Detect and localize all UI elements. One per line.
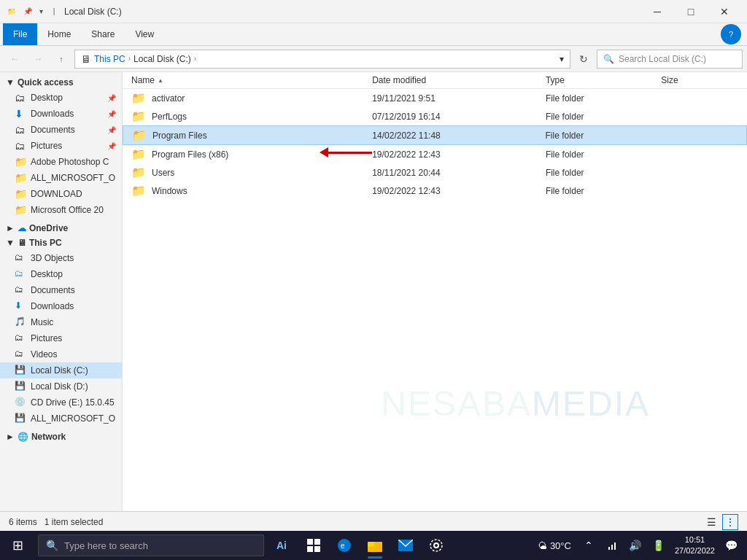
svg-rect-1	[314, 539, 320, 545]
sidebar-this-pc-header[interactable]: ▼ 🖥 This PC	[0, 236, 122, 250]
sidebar-item-pictures-qa[interactable]: 🗂 Pictures 📌	[0, 138, 122, 154]
sidebar-onedrive-label: OneDrive	[29, 223, 68, 233]
system-tray-battery[interactable]: 🔋	[649, 535, 669, 556]
sidebar-item-all-microsoft[interactable]: 📁 ALL_MICROSOFT_O	[0, 170, 122, 186]
svg-rect-11	[608, 547, 610, 550]
system-clock[interactable]: 10:51 27/02/2022	[672, 534, 718, 557]
sidebar-item-videos-label: Videos	[31, 349, 57, 359]
folder-icon-all-ms: 📁	[15, 172, 26, 184]
weather-widget[interactable]: 🌤 30°C	[533, 540, 576, 551]
help-button[interactable]: ?	[721, 24, 741, 44]
table-row[interactable]: 📁 Windows 19/02/2022 12:43 File folder	[123, 182, 747, 200]
tab-share[interactable]: Share	[81, 23, 125, 45]
tab-home[interactable]: Home	[37, 23, 81, 45]
sidebar-item-local-disk-c[interactable]: 💾 Local Disk (C:)	[0, 362, 122, 378]
folder-icon-activator: 📁	[131, 91, 146, 105]
table-row-selected[interactable]: 📁 Program Files 14/02/2022 11:48 File fo…	[123, 125, 747, 145]
cd-drive-icon: 💿	[15, 397, 26, 408]
file-name-cell: 📁 PerfLogs	[131, 109, 372, 123]
minimize-button[interactable]: ─	[640, 0, 674, 23]
start-button[interactable]: ⊞	[0, 531, 35, 560]
edge-browser-icon[interactable]: e	[330, 531, 359, 560]
close-button[interactable]: ✕	[708, 0, 741, 23]
sidebar-item-adobe[interactable]: 📁 Adobe Photoshop C	[0, 154, 122, 170]
sidebar-item-desktop-qa[interactable]: 🗂 Desktop 📌	[0, 90, 122, 106]
quick-access-pin[interactable]: 📌	[22, 6, 34, 18]
clock-time: 10:51	[685, 534, 705, 545]
breadcrumb[interactable]: 🖥 This PC › Local Disk (C:) › ▾	[74, 50, 570, 69]
sidebar-item-downloads-qa[interactable]: ⬇ Downloads 📌	[0, 106, 122, 122]
system-tray-chevron[interactable]: ⌃	[578, 535, 599, 556]
search-placeholder: Search Local Disk (C:)	[619, 54, 706, 64]
sidebar-item-cd-drive[interactable]: 💿 CD Drive (E:) 15.0.45	[0, 394, 122, 411]
sidebar-item-desktop-pc[interactable]: 🗂 Desktop	[0, 266, 122, 282]
folder-icon-pictures-qa: 🗂	[15, 140, 26, 152]
refresh-button[interactable]: ↻	[573, 49, 594, 69]
table-row[interactable]: 📁 Program Files (x86) 19/02/2022 12:43 F…	[123, 145, 747, 163]
sidebar-item-download[interactable]: 📁 DOWNLOAD	[0, 186, 122, 202]
back-button[interactable]: ←	[4, 49, 25, 69]
sidebar-item-music[interactable]: 🎵 Music	[0, 314, 122, 330]
file-type-program-files: File folder	[546, 131, 661, 141]
notification-button[interactable]: 💬	[721, 535, 741, 556]
breadcrumb-dropdown[interactable]: ▾	[560, 54, 564, 64]
title-bar: 📁 📌 ▾ | Local Disk (C:) ─ □ ✕	[0, 0, 747, 23]
sidebar-item-local-disk-d[interactable]: 💾 Local Disk (D:)	[0, 378, 122, 394]
settings-taskbar-icon[interactable]	[422, 531, 451, 560]
system-tray-volume[interactable]: 🔊	[625, 535, 646, 556]
sidebar: ▼ Quick access 🗂 Desktop 📌 ⬇ Downloads 📌…	[0, 72, 123, 511]
col-header-name[interactable]: Name ▲	[131, 75, 372, 85]
sidebar-item-download-label: DOWNLOAD	[31, 189, 82, 199]
sidebar-network-header[interactable]: ► 🌐 Network	[0, 429, 122, 444]
breadcrumb-this-pc[interactable]: This PC	[94, 54, 125, 64]
file-name-cell: 📁 activator	[131, 91, 372, 105]
sidebar-item-documents-pc[interactable]: 🗂 Documents	[0, 282, 122, 298]
pin-icon-desktop: 📌	[107, 94, 116, 102]
col-header-type[interactable]: Type	[546, 75, 661, 85]
folder-icon-downloads-pc: ⬇	[15, 300, 26, 312]
sidebar-item-all-ms-pc[interactable]: 💾 ALL_MICROSOFT_O	[0, 411, 122, 427]
task-view-button[interactable]	[299, 531, 328, 560]
file-date-program-files: 14/02/2022 11:48	[372, 131, 545, 141]
col-header-date[interactable]: Date modified	[372, 75, 546, 85]
file-type-perflogs: File folder	[546, 112, 661, 122]
folder-icon-program-files-x86: 📁	[131, 147, 146, 161]
table-row[interactable]: 📁 activator 19/11/2021 9:51 File folder	[123, 89, 747, 107]
file-date-program-files-x86: 19/02/2022 12:43	[372, 149, 546, 160]
search-bar[interactable]: 🔍 Search Local Disk (C:)	[597, 50, 743, 69]
breadcrumb-sep-1: ›	[128, 55, 131, 63]
up-button[interactable]: ↑	[51, 49, 71, 69]
folder-icon-desktop-qa: 🗂	[15, 92, 26, 104]
pin-icon-downloads: 📌	[107, 110, 116, 118]
col-header-size[interactable]: Size	[661, 75, 738, 85]
sidebar-item-pictures-pc[interactable]: 🗂 Pictures	[0, 330, 122, 346]
system-tray-network[interactable]	[602, 535, 622, 556]
sidebar-item-documents-qa[interactable]: 🗂 Documents 📌	[0, 122, 122, 138]
sidebar-item-ms-office[interactable]: 📁 Microsoft Office 20	[0, 202, 122, 218]
taskbar-search-bar[interactable]: 🔍 Type here to search	[38, 534, 264, 556]
mail-icon[interactable]	[391, 531, 420, 560]
sidebar-onedrive-header[interactable]: ► ☁ OneDrive	[0, 221, 122, 236]
network-icon: 🌐	[18, 432, 28, 442]
tab-file[interactable]: File	[3, 23, 37, 45]
sidebar-item-all-ms-pc-label: ALL_MICROSOFT_O	[31, 413, 115, 424]
quick-access-down[interactable]: ▾	[35, 6, 47, 18]
table-row[interactable]: 📁 PerfLogs 07/12/2019 16:14 File folder	[123, 107, 747, 125]
view-tiles-button[interactable]: ⋮	[722, 514, 738, 530]
sidebar-item-videos[interactable]: 🗂 Videos	[0, 346, 122, 362]
sidebar-item-3d-objects[interactable]: 🗂 3D Objects	[0, 250, 122, 266]
forward-button[interactable]: →	[28, 49, 48, 69]
status-view-buttons: ☰ ⋮	[703, 514, 738, 530]
view-details-button[interactable]: ☰	[703, 514, 719, 530]
ai-button[interactable]: Ai	[267, 531, 296, 560]
svg-text:e: e	[341, 542, 345, 550]
tab-view[interactable]: View	[125, 23, 164, 45]
sidebar-quick-access-header[interactable]: ▼ Quick access	[0, 75, 122, 90]
sidebar-item-downloads-pc[interactable]: ⬇ Downloads	[0, 298, 122, 314]
quick-access-icons: 📌 ▾ |	[22, 6, 60, 18]
sidebar-item-documents-pc-label: Documents	[31, 285, 75, 295]
file-explorer-taskbar-icon[interactable]	[360, 531, 390, 560]
local-disk-d-icon: 💾	[15, 381, 26, 392]
table-row[interactable]: 📁 Users 18/11/2021 20:44 File folder	[123, 163, 747, 182]
maximize-button[interactable]: □	[674, 0, 708, 23]
